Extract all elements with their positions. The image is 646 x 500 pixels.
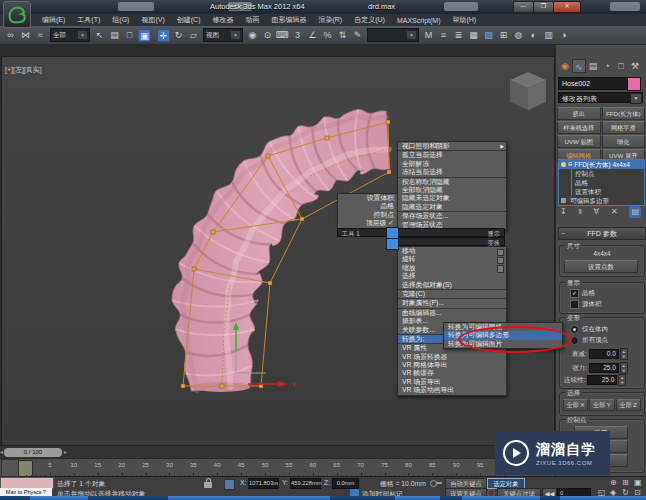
scroll-right-arrow[interactable]: ▸ bbox=[64, 448, 67, 455]
menu-item-旋转[interactable]: 旋转 bbox=[398, 255, 506, 263]
source-volume-checkbox[interactable]: 源体积 bbox=[570, 300, 602, 309]
set-number-of-points-button[interactable]: 设置点数 bbox=[564, 260, 638, 273]
modifier-list-dropdown[interactable]: 修改器列表▼ bbox=[558, 92, 643, 103]
select-button-全部 Z[interactable]: 全部 Z bbox=[616, 399, 641, 411]
track-range[interactable]: 0 / 100 bbox=[4, 448, 62, 457]
taskbar-item[interactable] bbox=[540, 496, 560, 500]
menu-渲染(R)[interactable]: 渲染(R) bbox=[312, 15, 348, 25]
select-and-move-icon[interactable]: ✛ bbox=[157, 29, 170, 42]
zoom-icon[interactable]: ⊕ bbox=[610, 478, 617, 487]
menu-item-全部取消隐藏[interactable]: 全部取消隐藏 bbox=[398, 186, 506, 194]
spinner-snap-icon[interactable]: ⇅ bbox=[336, 29, 349, 42]
maximize-button[interactable]: ❐ bbox=[533, 1, 554, 13]
window-crossing-icon[interactable]: ▣ bbox=[138, 29, 151, 42]
modifier-button-UVW 贴图[interactable]: UVW 贴图 bbox=[557, 135, 601, 148]
remove-modifier-icon[interactable]: ✕ bbox=[611, 206, 618, 218]
stack-item-可编辑多边形[interactable]: 可编辑多边形 bbox=[559, 196, 644, 205]
stack-item-设置体积[interactable]: 设置体积 bbox=[559, 187, 644, 196]
modifier-button-挤出[interactable]: 挤出 bbox=[557, 107, 601, 120]
menu-item-VR 帧缓存[interactable]: VR 帧缓存 bbox=[398, 369, 506, 377]
menu-item-VR 场景导出[interactable]: VR 场景导出 bbox=[398, 378, 506, 386]
percent-snap-icon[interactable]: % bbox=[321, 29, 334, 42]
menu-item-VR 网格体导出[interactable]: VR 网格体导出 bbox=[398, 361, 506, 369]
menu-item-全部解冻[interactable]: 全部解冻 bbox=[398, 160, 506, 168]
configure-modifier-sets-icon[interactable]: ▤ bbox=[629, 206, 641, 218]
render-setup-icon[interactable]: ◐ bbox=[527, 29, 540, 42]
object-name-field[interactable]: Hose002 bbox=[558, 77, 629, 90]
unlink-selection-icon[interactable]: ⋈ bbox=[19, 29, 32, 42]
select-by-name-icon[interactable]: ▤ bbox=[108, 29, 121, 42]
use-pivot-center-icon[interactable]: ◉ bbox=[246, 29, 259, 42]
view-cube[interactable] bbox=[510, 72, 546, 110]
object-color-swatch[interactable] bbox=[627, 77, 641, 91]
ribbon-icon[interactable]: ▦ bbox=[467, 29, 480, 42]
bulb-icon[interactable] bbox=[561, 162, 566, 167]
tension-spinner[interactable]: 张力:25.0▲▼ bbox=[572, 362, 628, 374]
menu-item-隐藏选定对象[interactable]: 隐藏选定对象 bbox=[398, 203, 506, 211]
checkbox-icon[interactable]: ✓ bbox=[570, 289, 579, 298]
spinner-arrows[interactable]: ▲▼ bbox=[618, 374, 626, 386]
only-in-volume-radio[interactable]: 仅在体内 bbox=[570, 325, 608, 334]
menu-工具(T)[interactable]: 工具(T) bbox=[71, 15, 106, 25]
menu-修改器[interactable]: 修改器 bbox=[206, 15, 239, 25]
selection-filter-dropdown[interactable]: 全部▼ bbox=[50, 28, 90, 42]
menu-item-视口照明和阴影[interactable]: 视口照明和阴影▶ bbox=[398, 142, 506, 150]
menu-编辑(E)[interactable]: 编辑(E) bbox=[36, 15, 71, 25]
taskbar-item[interactable] bbox=[0, 496, 30, 500]
close-button[interactable]: ✕ bbox=[553, 1, 581, 13]
selection-region-icon[interactable]: □ bbox=[123, 29, 136, 42]
menu-item-克隆(C)[interactable]: 克隆(C) bbox=[398, 289, 506, 298]
keyboard-override-icon[interactable]: ⌨ bbox=[276, 29, 289, 42]
menu-item-保存场景状态...[interactable]: 保存场景状态... bbox=[398, 211, 506, 220]
menu-item-缩放[interactable]: 缩放 bbox=[398, 264, 506, 272]
menu-创建(C)[interactable]: 创建(C) bbox=[171, 15, 207, 25]
make-unique-icon[interactable]: ∀ bbox=[594, 206, 599, 218]
bind-to-space-warp-icon[interactable]: ≈ bbox=[34, 29, 47, 42]
x-coordinate-field[interactable]: 1071.803m bbox=[248, 478, 279, 489]
checkbox-icon[interactable] bbox=[570, 300, 579, 309]
menu-item-对象属性(P)...[interactable]: 对象属性(P)... bbox=[398, 298, 506, 307]
taskbar-item[interactable] bbox=[440, 496, 462, 500]
ruler-toggle-button[interactable] bbox=[1, 459, 19, 477]
spinner-value[interactable]: 25.0 bbox=[587, 375, 617, 385]
menu-帮助(H)[interactable]: 帮助(H) bbox=[446, 15, 482, 25]
spinner-arrows[interactable]: ▲▼ bbox=[620, 362, 628, 374]
modifier-button-样条线选择[interactable]: 样条线选择 bbox=[557, 121, 601, 134]
angle-snap-icon[interactable]: ∠ bbox=[306, 29, 319, 42]
snap-3d-icon[interactable]: 3 bbox=[291, 29, 304, 42]
radio-icon[interactable] bbox=[570, 325, 579, 334]
menu-item-孤立当前选择[interactable]: 孤立当前选择 bbox=[398, 150, 506, 159]
menu-item-曲线编辑器...[interactable]: 曲线编辑器... bbox=[398, 308, 506, 317]
utilities-tab[interactable]: ⚒ bbox=[628, 59, 642, 73]
create-tab[interactable]: ◉ bbox=[558, 59, 572, 73]
3dsmax-logo[interactable] bbox=[3, 1, 31, 28]
layer-manager-icon[interactable]: ≣ bbox=[452, 29, 465, 42]
menu-item-VR 场景转换器[interactable]: VR 场景转换器 bbox=[398, 353, 506, 361]
spinner-arrows[interactable]: ▲▼ bbox=[620, 348, 628, 360]
select-manipulate-icon[interactable]: ⊙ bbox=[261, 29, 274, 42]
stack-item-控制点[interactable]: 控制点 bbox=[559, 169, 644, 178]
absolute-mode-icon[interactable] bbox=[224, 479, 235, 490]
zoom-extents-icon[interactable]: ▣ bbox=[634, 478, 642, 487]
zoom-all-icon[interactable]: ⊞ bbox=[622, 478, 629, 487]
y-coordinate-field[interactable]: 459.228mm bbox=[290, 478, 321, 489]
named-sets-dropdown[interactable]: ▼ bbox=[367, 28, 419, 42]
menu-item-选择[interactable]: 选择 bbox=[398, 272, 506, 280]
material-editor-icon[interactable]: ◍ bbox=[512, 29, 525, 42]
chevron-down-icon[interactable]: ▼ bbox=[630, 93, 642, 104]
menu-item-设置体积[interactable]: 设置体积 bbox=[338, 194, 398, 202]
menu-item-晶格[interactable]: 晶格 bbox=[338, 202, 398, 210]
collapse-icon[interactable]: − bbox=[561, 228, 565, 239]
display-tab[interactable]: □ bbox=[614, 59, 628, 73]
show-end-result-icon[interactable]: ‖ bbox=[579, 206, 582, 218]
stack-item-晶格[interactable]: 晶格 bbox=[559, 178, 644, 187]
spinner-value[interactable]: 0.0 bbox=[589, 349, 619, 359]
modifier-button-网格平滑[interactable]: 网格平滑 bbox=[602, 121, 646, 134]
modify-tab[interactable]: ∿ bbox=[572, 59, 586, 73]
track-bar-scroll[interactable]: ◂ 0 / 100 ▸ bbox=[0, 445, 554, 459]
coord-system-dropdown[interactable]: 视图▼ bbox=[203, 28, 243, 42]
menu-图形编辑器[interactable]: 图形编辑器 bbox=[265, 15, 312, 25]
rendered-frame-icon[interactable]: ▥ bbox=[542, 29, 555, 42]
select-button-全部 Y[interactable]: 全部 Y bbox=[589, 399, 614, 411]
menu-item-隐藏未选定对象[interactable]: 隐藏未选定对象 bbox=[398, 194, 506, 202]
